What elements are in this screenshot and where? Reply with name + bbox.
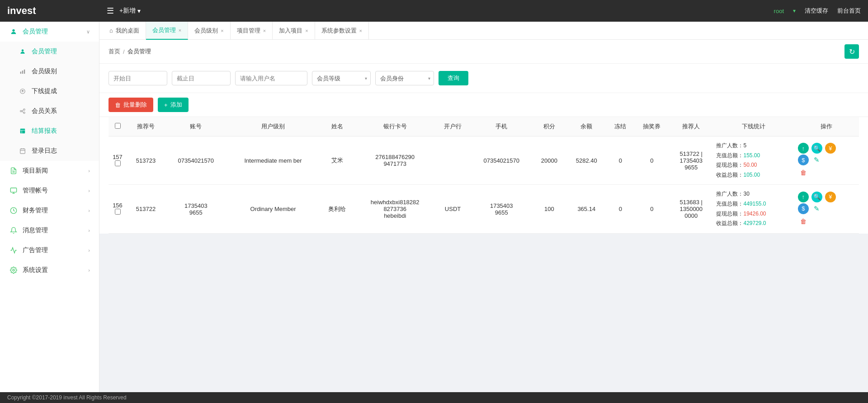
start-date-input[interactable] <box>108 71 167 85</box>
td-row2-referral-no: 513722 <box>127 185 165 233</box>
add-new-button[interactable]: +新增 ▾ <box>119 7 141 15</box>
svg-rect-11 <box>20 129 25 134</box>
sidebar-sub-offline-raise[interactable]: 下线提成 <box>0 81 99 101</box>
tab-home[interactable]: ⌂ 我的桌面 <box>103 22 146 40</box>
footer: Copyright ©2017-2019 invest All Rights R… <box>0 392 868 403</box>
table-header-row: 推荐号 账号 用户级别 姓名 银行卡号 开户行 手机 积分 余额 冻结 抽奖券 … <box>108 117 859 136</box>
sidebar-item-ad[interactable]: 广告管理 › <box>0 240 99 260</box>
select-all-checkbox[interactable] <box>115 123 121 129</box>
sidebar-sub-member-relation[interactable]: 会员关系 <box>0 101 99 121</box>
breadcrumb-home[interactable]: 首页 <box>108 47 120 56</box>
sidebar-sub-login-log[interactable]: 登录日志 <box>0 141 99 161</box>
td-row2-id: 156 <box>108 185 127 233</box>
th-user-level: 用户级别 <box>227 117 320 136</box>
sidebar-ad-label: 广告管理 <box>23 246 88 254</box>
tab-member-level-label: 会员级别 <box>194 27 218 35</box>
tab-project-manage-close[interactable]: × <box>263 28 266 33</box>
tab-member-manage[interactable]: 会员管理 × <box>146 22 188 40</box>
td-row1-bank-card: 2761884762909471773 <box>355 136 435 185</box>
sidebar-member-sub: 会员管理 会员级别 下线提成 会员关系 结算报表 <box>0 42 99 161</box>
sidebar-item-msg[interactable]: 消息管理 › <box>0 220 99 240</box>
sidebar-item-manage-account[interactable]: 管理帐号 › <box>0 181 99 201</box>
row1-checkbox[interactable] <box>115 160 121 166</box>
sidebar-sub-member-level[interactable]: 会员级别 <box>0 61 99 81</box>
level-select[interactable]: 会员等级 <box>312 71 371 85</box>
tab-join-project-close[interactable]: × <box>305 28 308 33</box>
sidebar-item-sys[interactable]: 系统设置 › <box>0 260 99 280</box>
sidebar-item-project-news[interactable]: 项目新闻 › <box>0 161 99 181</box>
member-table: 推荐号 账号 用户级别 姓名 银行卡号 开户行 手机 积分 余额 冻结 抽奖券 … <box>108 117 859 234</box>
ad-arrow: › <box>88 248 90 253</box>
svg-line-10 <box>22 111 24 112</box>
front-page-button[interactable]: 前台首页 <box>837 7 861 15</box>
td-row1-frozen: 0 <box>607 136 634 185</box>
td-row2-phone: 17354039655 <box>471 185 533 233</box>
svg-point-6 <box>20 110 22 112</box>
row2-checkbox[interactable] <box>115 209 121 215</box>
row1-edit-icon[interactable]: ✎ <box>811 155 822 165</box>
td-row1-points: 20000 <box>533 136 566 185</box>
main-content: ⌂ 我的桌面 会员管理 × 会员级别 × 项目管理 × 加入项目 × 系统参数设… <box>99 22 868 403</box>
sidebar-login-log-label: 登录日志 <box>32 147 90 155</box>
row2-edit-icon[interactable]: ✎ <box>811 203 822 214</box>
clear-cache-button[interactable]: 清空缓存 <box>805 7 828 15</box>
row1-recharge-icon[interactable]: ↑ <box>798 143 809 154</box>
end-date-input[interactable] <box>172 71 231 85</box>
td-row2-account: 17354039655 <box>165 185 227 233</box>
sidebar-item-member-manage[interactable]: 会员管理 ∨ <box>0 22 99 42</box>
th-referrer: 推荐人 <box>670 117 712 136</box>
sidebar-sub-settlement[interactable]: 结算报表 <box>0 121 99 141</box>
tab-sys-params-close[interactable]: × <box>359 28 362 33</box>
topbar-right: root ▾ 清空缓存 前台首页 <box>774 7 861 15</box>
app-logo: invest <box>7 5 107 17</box>
tab-join-project[interactable]: 加入项目 × <box>273 22 315 40</box>
td-row2-name: 奥利给 <box>320 185 355 233</box>
row1-action-icons: ↑ 🔍 ¥ $ ✎ 🗑 <box>798 143 855 178</box>
row2-delete-icon[interactable]: 🗑 <box>798 216 809 227</box>
menu-button[interactable]: ☰ <box>107 6 114 16</box>
row1-delete-icon[interactable]: 🗑 <box>798 167 809 178</box>
svg-rect-20 <box>10 188 16 192</box>
user-label[interactable]: root <box>774 8 784 14</box>
tab-member-manage-close[interactable]: × <box>179 28 181 33</box>
svg-rect-14 <box>20 149 25 154</box>
table-wrap: 推荐号 账号 用户级别 姓名 银行卡号 开户行 手机 积分 余额 冻结 抽奖券 … <box>99 117 868 234</box>
row1-wallet-icon[interactable]: $ <box>798 155 809 165</box>
row2-recharge-icon[interactable]: ↑ <box>798 192 809 202</box>
td-row1-referrer: 513722 |17354039655 <box>670 136 712 185</box>
identity-select[interactable]: 会员身份 <box>375 71 434 85</box>
msg-arrow: › <box>88 228 90 233</box>
footer-copyright: Copyright ©2017-2019 invest All Rights R… <box>7 394 127 401</box>
table-row: 156 513722 17354039655 Ordinary Member 奥… <box>108 185 859 233</box>
row2-coin-icon[interactable]: ¥ <box>825 192 836 202</box>
offline-raise-icon <box>18 87 27 96</box>
tab-project-manage[interactable]: 项目管理 × <box>231 22 273 40</box>
svg-rect-4 <box>24 70 25 74</box>
td-row2-points: 100 <box>533 185 566 233</box>
tab-sys-params[interactable]: 系统参数设置 × <box>315 22 369 40</box>
sidebar-member-arrow: ∨ <box>86 29 90 35</box>
member-sub-icon <box>18 47 27 56</box>
sidebar-sys-label: 系统设置 <box>23 266 88 274</box>
username-input[interactable] <box>235 71 307 85</box>
row1-detail-icon[interactable]: 🔍 <box>811 143 822 154</box>
tab-member-level[interactable]: 会员级别 × <box>188 22 230 40</box>
refresh-button[interactable]: ↻ <box>844 44 859 59</box>
sidebar-item-finance[interactable]: 财务管理 › <box>0 201 99 220</box>
sidebar-sub-member-manage[interactable]: 会员管理 <box>0 42 99 61</box>
breadcrumb: 首页 / 会员管理 ↻ <box>99 40 868 64</box>
manage-account-arrow: › <box>88 188 90 193</box>
row2-wallet-icon[interactable]: $ <box>798 203 809 214</box>
svg-rect-3 <box>22 70 23 74</box>
tab-member-level-close[interactable]: × <box>221 28 223 33</box>
td-row2-level: Ordinary Member <box>227 185 320 233</box>
query-button[interactable]: 查询 <box>439 71 468 85</box>
row2-detail-icon[interactable]: 🔍 <box>811 192 822 202</box>
finance-icon <box>9 206 18 215</box>
batch-delete-button[interactable]: 🗑 批量删除 <box>108 98 153 112</box>
member-icon <box>9 27 18 36</box>
add-button[interactable]: + 添加 <box>158 98 189 112</box>
td-row1-id: 157 <box>108 136 127 185</box>
svg-point-1 <box>22 49 24 52</box>
row1-coin-icon[interactable]: ¥ <box>825 143 836 154</box>
